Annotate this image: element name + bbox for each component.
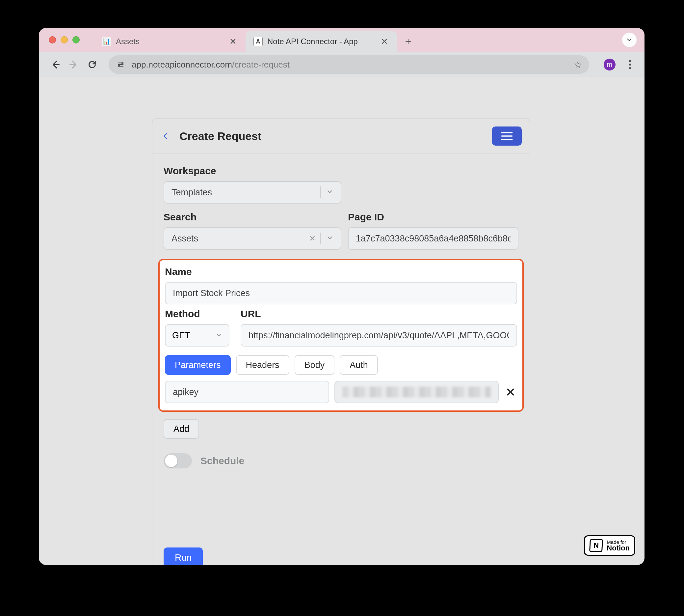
- maximize-window-button[interactable]: [72, 36, 79, 43]
- method-value: GET: [172, 330, 190, 340]
- url-label: URL: [241, 308, 517, 320]
- tab-title: Note API Connector - App: [267, 37, 375, 46]
- notion-logo-icon: N: [589, 539, 603, 552]
- request-editor-highlight: Name Method GET URL: [158, 259, 524, 412]
- tab-body[interactable]: Body: [295, 355, 335, 375]
- new-tab-button[interactable]: ＋: [400, 33, 416, 49]
- add-param-button[interactable]: Add: [164, 419, 199, 439]
- address-bar[interactable]: app.noteapiconnector.com/create-request …: [109, 56, 589, 74]
- browser-tab-noteapi[interactable]: A Note API Connector - App ✕: [246, 31, 397, 52]
- browser-menu-button[interactable]: [624, 60, 636, 69]
- browser-tab-assets[interactable]: 📊 Assets ✕: [94, 31, 246, 52]
- back-chevron-icon[interactable]: [160, 131, 171, 141]
- tab-parameters[interactable]: Parameters: [165, 355, 231, 375]
- close-window-button[interactable]: [49, 36, 56, 43]
- workspace-select[interactable]: Templates: [164, 181, 341, 203]
- redacted-value: [342, 387, 491, 397]
- name-value[interactable]: [173, 288, 509, 299]
- page-title: Create Request: [179, 130, 261, 142]
- tab-title: Assets: [116, 37, 224, 46]
- menu-button[interactable]: [492, 127, 522, 146]
- profile-avatar[interactable]: m: [604, 59, 616, 70]
- tab-close-icon[interactable]: ✕: [380, 37, 389, 47]
- tab-auth[interactable]: Auth: [340, 355, 378, 375]
- tabs-overflow-button[interactable]: [622, 32, 637, 47]
- run-button[interactable]: Run: [164, 548, 203, 565]
- workspace-value: Templates: [172, 188, 212, 198]
- delete-param-button[interactable]: [504, 386, 517, 399]
- badge-product: Notion: [607, 545, 630, 552]
- bookmark-star-icon[interactable]: ☆: [574, 59, 582, 70]
- method-select[interactable]: GET: [165, 324, 229, 347]
- page-content: Create Request Workspace Templates: [39, 78, 644, 565]
- back-button[interactable]: [47, 57, 63, 72]
- tab-favicon-icon: A: [253, 37, 263, 46]
- workspace-label: Workspace: [164, 166, 519, 177]
- search-value: Assets: [172, 234, 198, 244]
- param-value-input[interactable]: [335, 381, 499, 403]
- svg-point-1: [118, 66, 120, 67]
- param-key-input[interactable]: [165, 381, 329, 403]
- chevron-down-icon: [326, 188, 334, 198]
- name-label: Name: [165, 266, 517, 277]
- param-row: [165, 381, 517, 403]
- schedule-row: Schedule: [153, 439, 530, 468]
- clear-icon[interactable]: ✕: [309, 234, 318, 243]
- reload-button[interactable]: [84, 57, 100, 72]
- search-select[interactable]: Assets ✕: [164, 227, 341, 250]
- schedule-label: Schedule: [201, 455, 244, 466]
- toggle-knob: [165, 455, 177, 467]
- search-label: Search: [164, 212, 341, 223]
- schedule-toggle[interactable]: [164, 453, 192, 468]
- url-input[interactable]: [241, 324, 517, 347]
- page-id-input[interactable]: [348, 227, 519, 250]
- page-id-label: Page ID: [348, 212, 519, 223]
- card-header: Create Request: [153, 118, 530, 154]
- url-text: app.noteapiconnector.com/create-request: [132, 60, 568, 70]
- window-titlebar: 📊 Assets ✕ A Note API Connector - App ✕ …: [39, 28, 644, 52]
- request-tabs: Parameters Headers Body Auth: [165, 355, 517, 375]
- name-input[interactable]: [165, 282, 517, 304]
- made-for-notion-badge[interactable]: N Made for Notion: [584, 535, 635, 556]
- chevron-down-icon: [215, 330, 222, 340]
- tab-favicon-icon: 📊: [102, 37, 111, 46]
- param-key-value[interactable]: [173, 387, 321, 397]
- page-id-value[interactable]: [356, 234, 510, 244]
- minimize-window-button[interactable]: [61, 36, 68, 43]
- browser-window: 📊 Assets ✕ A Note API Connector - App ✕ …: [39, 28, 644, 565]
- url-value[interactable]: [249, 330, 509, 340]
- chevron-down-icon: [326, 234, 334, 244]
- window-controls: [49, 36, 79, 43]
- browser-toolbar: app.noteapiconnector.com/create-request …: [39, 52, 644, 78]
- site-settings-icon[interactable]: [116, 60, 126, 69]
- forward-button[interactable]: [66, 57, 82, 72]
- browser-tabs: 📊 Assets ✕ A Note API Connector - App ✕ …: [94, 28, 644, 52]
- tab-close-icon[interactable]: ✕: [228, 37, 238, 47]
- create-request-card: Create Request Workspace Templates: [152, 118, 530, 565]
- svg-point-0: [122, 62, 123, 64]
- tab-headers[interactable]: Headers: [236, 355, 289, 375]
- method-label: Method: [165, 308, 234, 320]
